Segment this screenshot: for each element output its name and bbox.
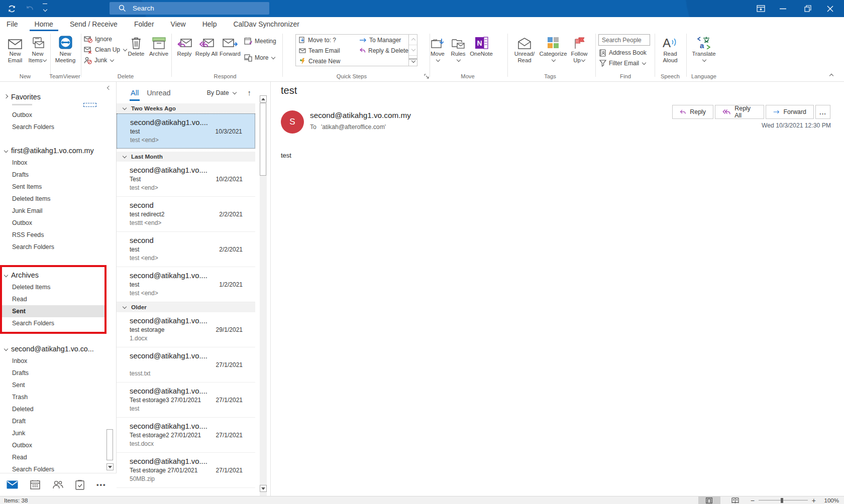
- tab-help[interactable]: Help: [197, 17, 222, 31]
- list-item[interactable]: second@atikahg1.vo.... Test10/2/2021 tes…: [117, 162, 255, 197]
- group-header-older[interactable]: Older: [117, 302, 255, 312]
- search-people-input[interactable]: Search People: [598, 34, 650, 46]
- new-email-button[interactable]: New Email: [4, 33, 26, 64]
- reply-button[interactable]: Reply: [672, 105, 713, 119]
- sidebar-item-rss-feeds[interactable]: RSS Feeds: [0, 229, 105, 241]
- sync-icon[interactable]: [6, 4, 17, 14]
- more-apps-icon[interactable]: •••: [96, 481, 107, 488]
- sidebar-item-fav-search-folders[interactable]: Search Folders: [0, 121, 105, 133]
- follow-up-button[interactable]: Follow Up: [568, 33, 591, 64]
- reading-mode-button[interactable]: [724, 496, 747, 504]
- avatar[interactable]: S: [281, 110, 304, 134]
- list-item[interactable]: second test2/2/2021 test <end>: [117, 232, 255, 267]
- sidebar-item-acc2-drafts[interactable]: Drafts: [0, 367, 105, 379]
- reply-button[interactable]: Reply: [174, 33, 195, 57]
- quick-step-to-manager[interactable]: To Manager: [359, 37, 412, 44]
- quick-access-toolbar-dropdown-icon[interactable]: [39, 4, 50, 14]
- tab-unread[interactable]: Unread: [147, 89, 171, 97]
- reply-all-button[interactable]: Reply All: [715, 105, 764, 119]
- zoom-slider[interactable]: [759, 497, 808, 503]
- sidebar-item-acc2-trash[interactable]: Trash: [0, 391, 105, 403]
- message-list-scrollbar[interactable]: [260, 95, 267, 496]
- tab-caldav-synchronizer[interactable]: CalDav Synchronizer: [228, 17, 304, 31]
- list-item[interactable]: second@atikahg1.vo.... Test estorage3 27…: [117, 383, 255, 418]
- sidebar-item-search-folders[interactable]: Search Folders: [0, 241, 105, 253]
- sidebar-item-inbox[interactable]: Inbox: [0, 157, 105, 169]
- list-item-selected[interactable]: second@atikahg1.vo.... test10/3/2021 tes…: [117, 113, 255, 149]
- list-item[interactable]: second@atikahg1.vo.... test estorage29/1…: [117, 312, 255, 347]
- sidebar-item-acc2-search-folders[interactable]: Search Folders: [0, 463, 105, 473]
- translate-button[interactable]: a Translate: [689, 33, 718, 62]
- move-button[interactable]: Move: [427, 33, 448, 62]
- sort-by-button[interactable]: By Date: [207, 89, 237, 96]
- delete-button[interactable]: Delete: [126, 33, 147, 57]
- scroll-down-button[interactable]: [260, 485, 267, 492]
- sidebar-item-sent-items[interactable]: Sent Items: [0, 181, 105, 193]
- scroll-down-button[interactable]: [107, 463, 114, 470]
- list-item[interactable]: second@atikahg1.vo.... Test estorage2 27…: [117, 418, 255, 453]
- sidebar-item-archives-read[interactable]: Read: [0, 293, 105, 305]
- quick-step-reply-delete[interactable]: Reply & Delete: [359, 47, 412, 54]
- quick-step-move-to[interactable]: Move to: ?: [299, 37, 359, 44]
- ribbon-display-options-icon[interactable]: [751, 0, 771, 17]
- scroll-up-button[interactable]: [260, 95, 267, 102]
- sidebar-item-acc2-junk[interactable]: Junk: [0, 427, 105, 439]
- sidebar-item-acc2-deleted[interactable]: Deleted: [0, 403, 105, 415]
- collapse-folder-pane-icon[interactable]: [107, 83, 111, 92]
- folder-pane-scrollbar[interactable]: [107, 351, 114, 473]
- list-item[interactable]: second test redirect22/2/2021 testtt <en…: [117, 197, 255, 232]
- list-item[interactable]: second@atikahg1.vo.... 27/1/2021 tesst.t…: [117, 347, 255, 383]
- sidebar-item-acc2-sent[interactable]: Sent: [0, 379, 105, 391]
- account2-header[interactable]: second@atikahg1.vo.co...: [0, 342, 116, 355]
- mail-nav-icon[interactable]: [7, 480, 18, 489]
- onenote-button[interactable]: N OneNote: [468, 33, 494, 57]
- undo-icon[interactable]: [24, 4, 35, 14]
- sidebar-item-drafts[interactable]: Drafts: [0, 169, 105, 181]
- sidebar-item-junk-email[interactable]: Junk Email: [0, 205, 105, 217]
- rules-button[interactable]: Rules: [448, 33, 468, 62]
- forward-button[interactable]: Forward: [766, 105, 814, 119]
- sidebar-item-archives-sent[interactable]: Sent: [0, 305, 105, 317]
- sidebar-item-fav-outbox[interactable]: Outbox: [0, 109, 105, 121]
- quick-steps-dialog-launcher-icon[interactable]: [424, 74, 430, 79]
- categorize-button[interactable]: Categorize: [539, 33, 568, 62]
- filter-email-button[interactable]: Filter Email: [599, 58, 646, 68]
- new-meeting-button[interactable]: New Meeting: [52, 33, 79, 64]
- group-header-last-month[interactable]: Last Month: [117, 152, 255, 162]
- sidebar-item-acc2-read[interactable]: Read: [0, 451, 105, 463]
- message-sender[interactable]: second@atikahg1.vo.com.my: [310, 111, 411, 120]
- quick-step-create-new[interactable]: Create New: [299, 58, 359, 65]
- zoom-in-button[interactable]: +: [812, 496, 816, 504]
- more-actions-button[interactable]: ...: [815, 105, 830, 119]
- tab-home[interactable]: Home: [30, 17, 58, 31]
- reading-view-button[interactable]: [698, 496, 720, 504]
- address-book-button[interactable]: Address Book: [599, 48, 647, 58]
- tasks-nav-icon[interactable]: [75, 480, 84, 490]
- archive-button[interactable]: Archive: [147, 33, 171, 57]
- collapse-ribbon-icon[interactable]: [829, 71, 833, 80]
- minimize-button[interactable]: [773, 0, 793, 17]
- sidebar-item-acc2-draft[interactable]: Draft: [0, 415, 105, 427]
- tab-folder[interactable]: Folder: [129, 17, 159, 31]
- scrollbar-thumb[interactable]: [107, 429, 113, 460]
- sidebar-item-archives-search-folders[interactable]: Search Folders: [0, 317, 105, 329]
- list-item[interactable]: second@atikahg1.vo.... Test estorage 27/…: [117, 453, 255, 488]
- calendar-nav-icon[interactable]: [30, 480, 40, 489]
- scrollbar-thumb[interactable]: [260, 103, 266, 176]
- meeting-button[interactable]: Meeting: [244, 36, 276, 46]
- junk-button[interactable]: Junk: [84, 55, 114, 65]
- people-nav-icon[interactable]: [52, 480, 63, 489]
- new-items-button[interactable]: New Items: [26, 33, 49, 64]
- favorites-header[interactable]: Favorites: [0, 90, 116, 103]
- quick-step-team-email[interactable]: Team Email: [299, 47, 359, 54]
- zoom-slider-thumb[interactable]: [781, 498, 783, 503]
- more-button[interactable]: More: [244, 53, 275, 63]
- sidebar-item-deleted-items[interactable]: Deleted Items: [0, 193, 105, 205]
- tab-send-receive[interactable]: Send / Receive: [65, 17, 123, 31]
- reply-all-button[interactable]: Reply All: [195, 33, 218, 57]
- sidebar-item-outbox[interactable]: Outbox: [0, 217, 105, 229]
- restore-button[interactable]: [798, 0, 818, 17]
- read-aloud-button[interactable]: A Read Aloud: [657, 33, 683, 64]
- clean-up-button[interactable]: Clean Up: [84, 45, 127, 55]
- quick-steps-scrollbar[interactable]: [409, 34, 417, 66]
